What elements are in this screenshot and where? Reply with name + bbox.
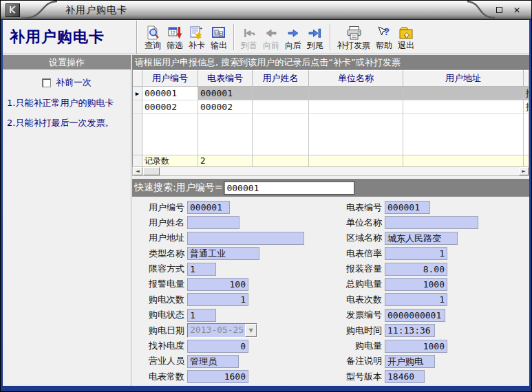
redo-previous-checkbox[interactable]: 补前一次	[3, 76, 131, 89]
form-row: 类型名称普通工业	[147, 247, 308, 260]
form-field[interactable]: 1000	[385, 340, 447, 353]
replace-card-icon: +✱	[189, 24, 204, 41]
svg-text:✱: ✱	[195, 31, 202, 41]
field-label: 用户姓名	[147, 217, 184, 229]
table-row[interactable]: ▶000001000001报	[133, 87, 529, 100]
field-label: 总购电量	[345, 278, 382, 290]
grid-cell: 000002	[142, 100, 198, 113]
form-row: 限容方式1	[147, 263, 308, 276]
form-field[interactable]: 8.00	[385, 263, 447, 276]
sidebar-note-1: 1.只能补正常用户的购电卡	[3, 98, 131, 109]
form-row: 购电次数1	[147, 293, 308, 306]
row-indicator-cell	[133, 114, 142, 155]
form-field[interactable]: 1	[187, 263, 216, 276]
toolbar-button-query[interactable]: 查询	[142, 23, 163, 51]
row-indicator-cell: ▶	[133, 87, 142, 100]
form-field[interactable]: 开户购电	[385, 355, 435, 368]
form-field[interactable]: 000001	[385, 201, 430, 214]
form-field[interactable]: 1600	[187, 370, 248, 383]
toolbar-button-reprint-invoice[interactable]: 补打发票	[335, 23, 372, 51]
grid-cell	[309, 87, 403, 100]
app-body: 补用户购电卡 查询12筛选+✱补卡DD输出到首向前向后到尾补打发票?帮助退出 设…	[3, 20, 529, 386]
svg-text:12: 12	[170, 30, 175, 35]
grid-cell	[253, 155, 309, 166]
page-title: 补用户购电卡	[3, 21, 138, 54]
form-field[interactable]: 城东人民路变	[385, 232, 458, 245]
titlebar-swoosh-left	[20, 1, 58, 20]
form-field[interactable]: 11:13:36	[385, 324, 435, 337]
form-field[interactable]: 管理员	[187, 355, 239, 368]
toolbar-button-label: 帮助	[376, 41, 392, 50]
toolbar-button-exit[interactable]: 退出	[396, 23, 416, 51]
form-field[interactable]: 1	[187, 293, 248, 306]
form-field[interactable]	[187, 216, 240, 229]
grid-column-header: 用户编号	[142, 70, 198, 87]
scrollbar-thumb[interactable]	[143, 167, 160, 175]
quick-search-input[interactable]	[224, 181, 354, 195]
form-field[interactable]: 100	[187, 278, 248, 291]
toolbar-button-output[interactable]: DD输出	[209, 23, 229, 51]
form-field[interactable]: 0000000001	[385, 309, 445, 322]
toolbar-button-groups: 查询12筛选+✱补卡DD输出到首向前向后到尾补打发票?帮助退出	[138, 21, 417, 54]
field-label: 限容方式	[147, 263, 184, 275]
form-field[interactable]: 000001	[187, 201, 230, 214]
form-row: 电表倍率1	[345, 247, 478, 260]
form-field[interactable]: 1	[385, 293, 447, 306]
purchase-date-combo[interactable]: 2013-05-25▼	[187, 323, 257, 338]
form-field[interactable]	[385, 216, 478, 229]
field-label: 用户地址	[147, 232, 184, 244]
maximize-button[interactable]	[496, 6, 502, 14]
field-label: 电表倍率	[345, 248, 382, 260]
grid-cell	[524, 70, 529, 87]
checkbox-label: 补前一次	[56, 76, 92, 89]
grid-empty-area	[133, 114, 529, 155]
form-field[interactable]: 1	[187, 309, 216, 322]
form-field[interactable]: 1	[385, 247, 447, 260]
form-column-right: 电表编号000001单位名称区域名称城东人民路变电表倍率1报装容量8.00总购电…	[345, 201, 478, 386]
go-first-icon	[242, 24, 257, 41]
form-row: 购电日期2013-05-25▼	[147, 324, 308, 337]
toolbar-button-filter[interactable]: 12筛选	[164, 23, 185, 51]
grid-column-header: 用户姓名	[253, 70, 309, 87]
form-field[interactable]: 1000	[385, 278, 447, 291]
toolbar-button-replace-card[interactable]: +✱补卡	[187, 23, 207, 51]
field-label: 报警电量	[147, 278, 184, 290]
export-icon: DD	[211, 24, 226, 41]
title-bar: 补用户购电卡 ✕	[1, 1, 531, 20]
form-row: 购电状态1	[147, 309, 308, 322]
form-field[interactable]: 18460	[385, 370, 425, 383]
form-row: 报警电量100	[147, 278, 308, 291]
toolbar-button-go-next[interactable]: 向后	[283, 23, 304, 51]
toolbar-button-go-last[interactable]: 到尾	[305, 23, 326, 51]
grid-horizontal-scrollbar[interactable]: ◄ ►	[132, 166, 529, 176]
form-row: 找补电度0	[147, 340, 308, 353]
go-previous-icon	[264, 24, 279, 41]
close-button[interactable]: ✕	[513, 6, 520, 14]
field-label: 型号版本	[345, 371, 382, 383]
form-field[interactable]: 普通工业	[187, 247, 259, 260]
form-field[interactable]	[187, 232, 304, 245]
field-label: 购电次数	[147, 294, 184, 306]
form-field[interactable]: 0	[187, 340, 248, 353]
form-row: 型号版本18460	[345, 370, 478, 383]
selected-row-arrow-icon: ▶	[136, 90, 139, 97]
toolbar-button-help[interactable]: ?帮助	[374, 23, 394, 51]
user-grid: 用户编号电表编号用户姓名单位名称用户地址▶000001000001报000002…	[132, 69, 529, 166]
checkbox-icon[interactable]	[42, 78, 51, 87]
grid-cell	[403, 87, 524, 100]
scrollbar-track[interactable]	[142, 167, 519, 175]
scroll-left-arrow-icon[interactable]: ◄	[133, 167, 142, 175]
toolbar-button-label: 向后	[285, 41, 301, 50]
chevron-down-icon[interactable]: ▼	[245, 324, 257, 337]
scroll-right-arrow-icon[interactable]: ►	[519, 167, 529, 175]
toolbar-separator	[330, 24, 331, 50]
form-row: 购电时间11:13:36	[345, 324, 478, 337]
grid-cell: 报	[524, 100, 529, 113]
field-label: 购电量	[345, 340, 382, 352]
field-label: 电表编号	[345, 202, 382, 214]
grid-cell	[524, 114, 529, 155]
table-row[interactable]: 000002000002报	[133, 100, 529, 114]
grid-cell	[524, 155, 529, 166]
form-row: 购电量1000	[345, 340, 478, 353]
form-row: 用户编号000001	[147, 201, 308, 214]
